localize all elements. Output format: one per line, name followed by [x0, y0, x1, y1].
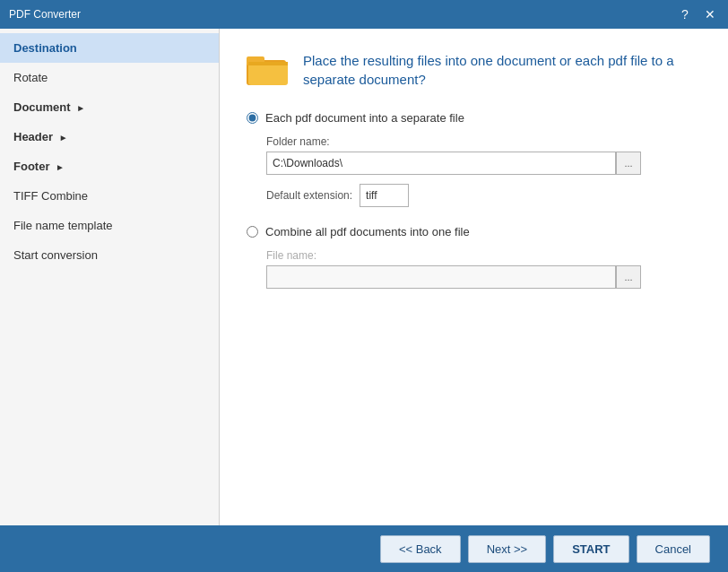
default-ext-label: Default extension: [266, 189, 352, 202]
option2-section: Combine all pdf documents into one file … [247, 225, 701, 289]
svg-rect-3 [248, 62, 288, 65]
sidebar-item-tiff-combine[interactable]: TIFF Combine [0, 181, 219, 211]
title-bar-controls: ? ✕ [676, 5, 719, 23]
footer-arrow-icon: ► [56, 162, 65, 172]
file-name-row: ... [266, 265, 701, 289]
option2-radio-label[interactable]: Combine all pdf documents into one file [247, 225, 701, 238]
default-ext-input[interactable] [360, 184, 409, 207]
next-button[interactable]: Next >> [468, 535, 547, 563]
main-area: Destination Rotate Document ► Header ► F… [0, 29, 728, 525]
option1-radio[interactable] [247, 112, 258, 124]
option1-section: Each pdf document into a separate file F… [247, 111, 701, 207]
folder-name-label: Folder name: [266, 135, 701, 148]
folder-path-row: ... [266, 152, 701, 175]
default-ext-row: Default extension: [266, 184, 701, 207]
help-button[interactable]: ? [676, 5, 694, 23]
document-arrow-icon: ► [76, 103, 85, 113]
file-name-label: File name: [266, 249, 701, 262]
filename-browse-button[interactable]: ... [616, 265, 641, 289]
file-name-input[interactable] [266, 265, 616, 289]
start-button[interactable]: START [553, 535, 628, 563]
sidebar: Destination Rotate Document ► Header ► F… [0, 29, 220, 525]
title-bar: PDF Converter ? ✕ [0, 0, 728, 29]
option1-label: Each pdf document into a separate file [265, 111, 464, 125]
sidebar-item-document[interactable]: Document ► [0, 92, 219, 122]
sidebar-item-footer[interactable]: Footer ► [0, 152, 219, 181]
sidebar-item-file-name-template[interactable]: File name template [0, 211, 219, 240]
option1-radio-label[interactable]: Each pdf document into a separate file [247, 111, 701, 125]
question-text: Place the resulting files into one docum… [303, 51, 701, 89]
app-title: PDF Converter [9, 8, 81, 21]
question-header: Place the resulting files into one docum… [247, 51, 701, 89]
option2-label: Combine all pdf documents into one file [265, 225, 470, 238]
sidebar-item-destination[interactable]: Destination [0, 33, 219, 63]
footer-bar: << Back Next >> START Cancel [0, 525, 728, 572]
cancel-button[interactable]: Cancel [637, 535, 710, 563]
sidebar-item-rotate[interactable]: Rotate [0, 63, 219, 92]
sidebar-item-header[interactable]: Header ► [0, 122, 219, 152]
folder-icon [247, 51, 290, 87]
option2-radio[interactable] [247, 226, 258, 238]
folder-browse-button[interactable]: ... [616, 152, 641, 175]
content-area: Place the resulting files into one docum… [220, 29, 728, 525]
close-button[interactable]: ✕ [701, 5, 719, 23]
folder-path-input[interactable] [266, 152, 616, 175]
sidebar-item-start-conversion[interactable]: Start conversion [0, 240, 219, 270]
header-arrow-icon: ► [59, 133, 68, 143]
back-button[interactable]: << Back [380, 535, 461, 563]
